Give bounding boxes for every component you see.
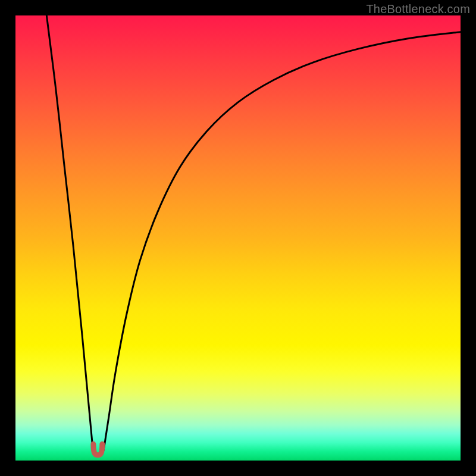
- chart-svg: [15, 15, 461, 461]
- curve-right-branch: [103, 32, 461, 452]
- curve-left-branch: [46, 15, 93, 452]
- valley-u-marker: [93, 444, 102, 455]
- watermark-text: TheBottleneck.com: [366, 2, 470, 16]
- outer-frame: TheBottleneck.com: [0, 0, 476, 476]
- plot-area: [15, 15, 461, 461]
